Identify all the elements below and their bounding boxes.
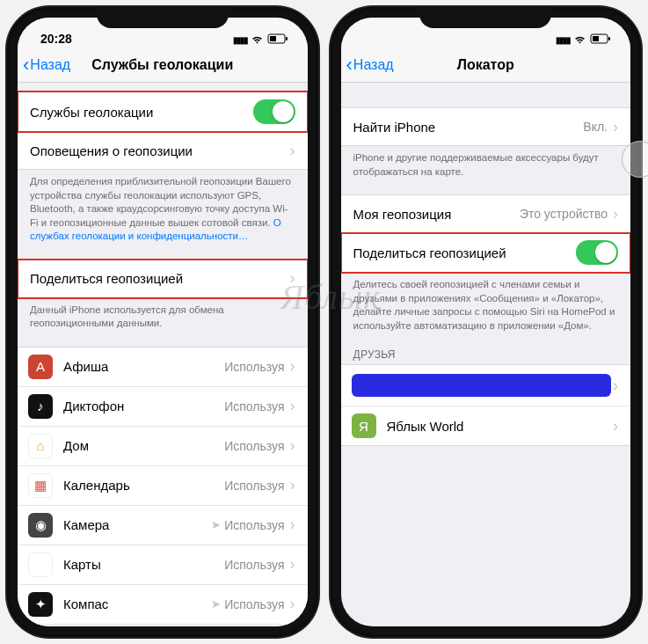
row-label: Яблык World xyxy=(387,419,612,434)
notch xyxy=(419,7,551,28)
row-app[interactable]: ААфишаИспользуя› xyxy=(18,348,308,387)
chevron-right-icon: › xyxy=(613,377,618,395)
chevron-right-icon: › xyxy=(290,357,295,376)
chevron-left-icon: ‹ xyxy=(23,55,29,75)
app-detail: Используя xyxy=(224,479,284,493)
row-label: Службы геолокации xyxy=(30,105,253,120)
chevron-right-icon: › xyxy=(290,595,295,613)
chevron-right-icon: › xyxy=(290,269,295,288)
screen-left: 20:28 ‹ Назад Службы геолокации Службы г… xyxy=(18,18,308,626)
battery-icon xyxy=(267,33,288,44)
row-app[interactable]: ◉Камера➤Используя› xyxy=(18,506,308,545)
row-location-alerts[interactable]: Оповещения о геопозиции › xyxy=(18,132,308,169)
footer-find: iPhone и другие поддерживаемые аксессуар… xyxy=(341,146,631,179)
row-label: Поделиться геопозицией xyxy=(30,271,288,286)
row-location-services[interactable]: Службы геолокации xyxy=(18,92,308,131)
content-scroll[interactable]: Найти iPhone Вкл. › iPhone и другие подд… xyxy=(341,83,631,626)
row-app[interactable]: ✦Компас➤Используя› xyxy=(18,585,308,625)
app-name: Афиша xyxy=(63,359,224,374)
signal-icon xyxy=(233,32,247,46)
app-icon: ♪ xyxy=(28,394,53,419)
app-detail: Используя xyxy=(224,597,284,611)
app-icon: ✦ xyxy=(28,592,53,617)
status-right xyxy=(233,32,288,46)
chevron-left-icon: ‹ xyxy=(346,55,353,75)
app-name: Дом xyxy=(63,438,224,453)
chevron-right-icon: › xyxy=(613,205,618,223)
app-name: Карты xyxy=(63,557,224,572)
app-detail: Используя xyxy=(224,518,284,532)
row-app[interactable]: ✈КартыИспользуя› xyxy=(18,545,308,585)
app-detail: Используя xyxy=(224,360,284,374)
toggle-share-location[interactable] xyxy=(576,240,618,265)
status-time: 20:28 xyxy=(40,32,72,46)
footer-share: Делитесь своей геопозицией с членами сем… xyxy=(341,273,631,333)
app-icon: ◉ xyxy=(28,513,53,538)
app-detail: Используя xyxy=(224,558,284,572)
chevron-right-icon: › xyxy=(290,397,295,415)
wifi-icon xyxy=(251,34,264,44)
row-friend-redacted[interactable]: › xyxy=(341,365,631,406)
app-name: Компас xyxy=(63,596,211,611)
svg-rect-5 xyxy=(593,36,599,41)
chevron-right-icon: › xyxy=(613,417,618,435)
apps-list: ААфишаИспользуя›♪ДиктофонИспользуя›⌂ДомИ… xyxy=(18,347,308,626)
iphone-frame-left: 20:28 ‹ Назад Службы геолокации Службы г… xyxy=(7,7,318,637)
row-label: Найти iPhone xyxy=(353,120,584,135)
chevron-right-icon: › xyxy=(290,516,295,534)
status-right xyxy=(556,32,611,46)
nav-bar: ‹ Назад Службы геолокации xyxy=(18,48,308,83)
chevron-right-icon: › xyxy=(290,436,295,455)
wifi-icon xyxy=(573,34,586,44)
toggle-location-services[interactable] xyxy=(253,99,295,124)
app-icon: Я xyxy=(352,413,376,438)
app-detail: Используя xyxy=(224,399,284,413)
row-app[interactable]: ♪ДиктофонИспользуя› xyxy=(18,387,308,427)
svg-rect-2 xyxy=(270,36,276,41)
footer-services: Для определения приблизительной геопозиц… xyxy=(18,170,308,244)
battery-icon xyxy=(590,33,611,44)
row-app[interactable]: ◎Локатор➤Используя› xyxy=(18,625,308,626)
back-button[interactable]: ‹ Назад xyxy=(341,55,394,75)
row-detail: Вкл. xyxy=(583,120,608,134)
row-my-location[interactable]: Моя геопозиция Это устройство › xyxy=(341,195,631,232)
back-label: Назад xyxy=(353,57,394,73)
nav-bar: ‹ Назад Локатор xyxy=(341,48,631,83)
row-label: Оповещения о геопозиции xyxy=(30,143,288,158)
svg-rect-4 xyxy=(608,37,610,40)
friends-header: Друзья xyxy=(341,348,631,364)
app-icon: ⌂ xyxy=(28,434,53,458)
iphone-frame-right: ‹ Назад Локатор Найти iPhone Вкл. › iPho… xyxy=(331,7,642,637)
back-label: Назад xyxy=(30,57,70,73)
back-button[interactable]: ‹ Назад xyxy=(18,55,70,75)
footer-share: Данный iPhone используется для обмена ге… xyxy=(18,298,308,331)
chevron-right-icon: › xyxy=(290,555,295,574)
row-friend-yablyk[interactable]: Я Яблык World › xyxy=(341,406,631,445)
row-label: Моя геопозиция xyxy=(353,207,520,222)
app-name: Камера xyxy=(63,517,211,532)
signal-icon xyxy=(556,32,570,46)
notch xyxy=(97,7,229,28)
content-scroll[interactable]: Службы геолокации Оповещения о геопозици… xyxy=(18,83,308,626)
location-arrow-icon: ➤ xyxy=(211,518,221,531)
app-icon: ▦ xyxy=(28,473,53,498)
app-icon: А xyxy=(28,355,53,379)
row-app[interactable]: ⌂ДомИспользуя› xyxy=(18,427,308,466)
chevron-right-icon: › xyxy=(613,118,618,136)
location-arrow-icon: ➤ xyxy=(211,597,221,611)
screen-right: ‹ Назад Локатор Найти iPhone Вкл. › iPho… xyxy=(341,18,631,626)
row-app[interactable]: ▦КалендарьИспользуя› xyxy=(18,466,308,506)
row-detail: Это устройство xyxy=(520,207,608,221)
row-label: Поделиться геопозицией xyxy=(353,245,577,260)
row-share-location[interactable]: Поделиться геопозицией › xyxy=(18,260,308,297)
row-find-iphone[interactable]: Найти iPhone Вкл. › xyxy=(341,108,631,145)
chevron-right-icon: › xyxy=(290,142,295,160)
row-share-my-location[interactable]: Поделиться геопозицией xyxy=(341,233,631,272)
chevron-right-icon: › xyxy=(290,476,295,494)
svg-rect-1 xyxy=(286,37,288,40)
app-icon: ✈ xyxy=(28,553,53,577)
app-name: Календарь xyxy=(63,478,224,493)
app-detail: Используя xyxy=(224,439,284,453)
redacted-name xyxy=(352,374,612,397)
app-name: Диктофон xyxy=(63,399,224,413)
